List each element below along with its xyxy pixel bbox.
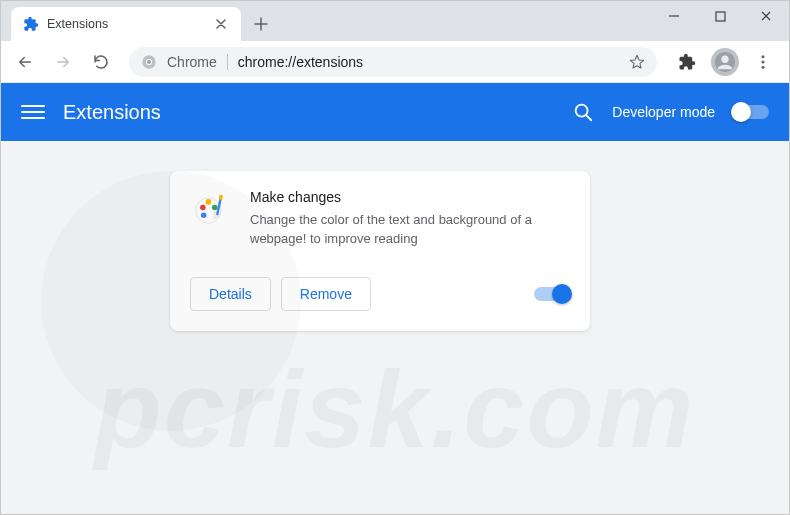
puzzle-icon — [23, 16, 39, 32]
reload-button[interactable] — [85, 46, 117, 78]
search-icon[interactable] — [572, 101, 594, 123]
page-title: Extensions — [63, 101, 161, 124]
svg-point-5 — [721, 55, 728, 62]
svg-point-7 — [762, 60, 765, 63]
toggle-knob-on — [552, 284, 572, 304]
close-icon[interactable] — [213, 16, 229, 32]
maximize-button[interactable] — [697, 1, 743, 31]
hamburger-icon[interactable] — [21, 100, 45, 124]
extensions-content: Make changes Change the color of the tex… — [1, 141, 789, 515]
back-button[interactable] — [9, 46, 41, 78]
tabs-area: Extensions — [1, 1, 275, 41]
extension-name: Make changes — [250, 189, 570, 205]
account-icon[interactable] — [711, 48, 739, 76]
developer-mode-toggle[interactable] — [733, 105, 769, 119]
svg-point-8 — [762, 65, 765, 68]
extensions-icon[interactable] — [673, 48, 701, 76]
extensions-app-header: Extensions Developer mode — [1, 83, 789, 141]
browser-toolbar: Chrome chrome://extensions — [1, 41, 789, 83]
new-tab-button[interactable] — [247, 10, 275, 38]
minimize-button[interactable] — [651, 1, 697, 31]
svg-point-6 — [762, 55, 765, 58]
window-controls — [651, 1, 789, 31]
svg-rect-0 — [716, 12, 725, 21]
forward-button[interactable] — [47, 46, 79, 78]
window-close-button[interactable] — [743, 1, 789, 31]
svg-point-3 — [147, 60, 151, 64]
extension-description: Change the color of the text and backgro… — [250, 211, 570, 249]
bookmark-star-icon[interactable] — [629, 54, 645, 70]
omnibox-scheme: Chrome — [167, 54, 228, 70]
toolbar-right — [669, 48, 781, 76]
kebab-menu-icon[interactable] — [749, 48, 777, 76]
svg-point-9 — [576, 105, 588, 117]
remove-label: Remove — [300, 286, 352, 302]
developer-mode-label: Developer mode — [612, 104, 715, 120]
extension-enable-toggle[interactable] — [534, 287, 570, 301]
tab-title: Extensions — [47, 17, 108, 31]
chrome-icon — [141, 54, 157, 70]
tab-extensions[interactable]: Extensions — [11, 7, 241, 41]
toggle-knob — [731, 102, 751, 122]
watermark-circle — [41, 171, 301, 431]
omnibox-url: chrome://extensions — [238, 54, 363, 70]
omnibox[interactable]: Chrome chrome://extensions — [129, 47, 657, 77]
window-titlebar: Extensions — [1, 1, 789, 41]
